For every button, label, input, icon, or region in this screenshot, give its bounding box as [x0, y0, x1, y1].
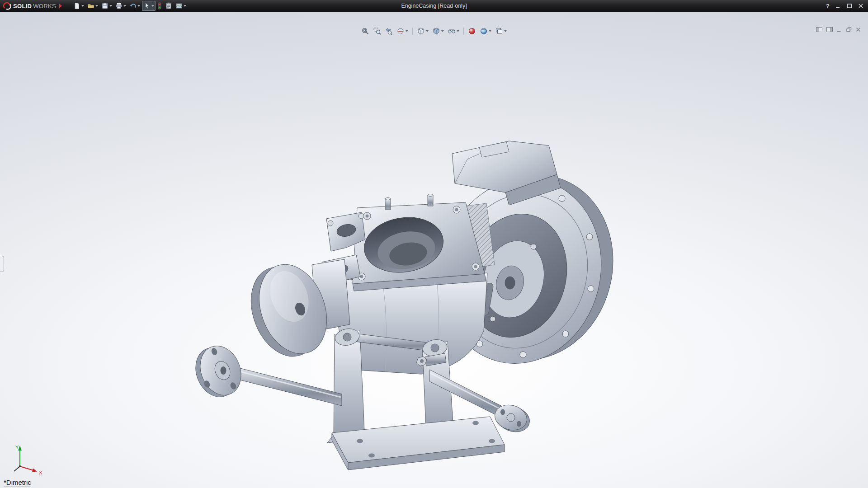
- triad-y-label: Y: [15, 445, 19, 450]
- brand-text-bold: SOLID: [13, 3, 32, 9]
- minimize-icon: [835, 3, 841, 9]
- dropdown-caret-icon: [137, 5, 140, 7]
- menu-expand-arrow[interactable]: [59, 4, 62, 8]
- view-orientation-label: *Dimetric: [4, 479, 31, 487]
- brand-text-light: WORKS: [33, 3, 56, 9]
- options-scene-icon: [175, 2, 183, 9]
- pane-left-icon: [816, 27, 822, 32]
- save-icon: [101, 2, 108, 9]
- heads-up-view-toolbar: [360, 26, 508, 36]
- stoplight-button[interactable]: [156, 1, 163, 11]
- open-button[interactable]: [86, 1, 99, 11]
- dropdown-caret-icon: [489, 30, 491, 32]
- hide-show-items-glasses-icon: [448, 27, 456, 35]
- previous-view-icon: [385, 27, 393, 35]
- main-toolbar: [72, 1, 188, 11]
- solidworks-logo: SOLIDWORKS: [3, 2, 56, 10]
- document-window-controls: [816, 27, 861, 32]
- minimize-button[interactable]: [835, 3, 841, 9]
- options-button[interactable]: [174, 1, 188, 11]
- properties-clipboard-icon: [165, 2, 172, 9]
- display-style-button[interactable]: [431, 26, 445, 36]
- save-button[interactable]: [100, 1, 113, 11]
- dropdown-caret-icon: [95, 5, 98, 7]
- reference-triad: Y X: [6, 443, 47, 479]
- undo-button[interactable]: [128, 1, 142, 11]
- display-pane-toggle-button[interactable]: [826, 27, 833, 32]
- triad-origin: [19, 465, 21, 467]
- dropdown-caret-icon: [151, 5, 154, 7]
- previous-view-button[interactable]: [383, 26, 394, 36]
- apply-scene-globe-icon: [480, 27, 488, 35]
- engine-casing-model[interactable]: [0, 12, 868, 488]
- close-icon: [858, 3, 863, 9]
- section-view-icon: [396, 27, 405, 35]
- dropdown-caret-icon: [109, 5, 112, 7]
- new-document-button[interactable]: [72, 1, 85, 11]
- print-button[interactable]: [114, 1, 127, 11]
- doc-minimize-icon: [837, 28, 842, 32]
- toolbar-separator: [463, 28, 464, 35]
- hide-show-items-button[interactable]: [446, 26, 461, 36]
- apply-scene-button[interactable]: [478, 26, 493, 36]
- dropdown-caret-icon: [504, 30, 507, 32]
- maximize-icon: [847, 3, 852, 9]
- dropdown-caret-icon: [406, 30, 408, 32]
- dropdown-caret-icon: [184, 5, 186, 7]
- doc-restore-button[interactable]: [846, 27, 852, 32]
- doc-close-icon: [856, 27, 861, 32]
- print-icon: [115, 2, 123, 9]
- help-button[interactable]: ?: [826, 3, 830, 9]
- open-folder-icon: [87, 2, 94, 9]
- triad-x-axis: [20, 466, 33, 470]
- view-settings-button[interactable]: [494, 26, 508, 36]
- new-document-icon: [73, 2, 80, 9]
- front-mounting-rod[interactable]: [189, 340, 342, 406]
- zoom-to-area-button[interactable]: [372, 26, 382, 36]
- select-tool-button[interactable]: [142, 1, 156, 11]
- zoom-to-fit-icon: [361, 27, 369, 35]
- dassault-3ds-logo-icon: [3, 2, 12, 10]
- close-button[interactable]: [858, 3, 863, 9]
- display-style-cube-icon: [432, 27, 440, 35]
- select-cursor-icon: [143, 2, 151, 9]
- toolbar-separator: [412, 28, 413, 35]
- properties-button[interactable]: [164, 1, 174, 11]
- left-end-disc[interactable]: [239, 255, 350, 366]
- dropdown-caret-icon: [81, 5, 84, 7]
- section-view-button[interactable]: [395, 26, 410, 36]
- title-bar: SOLIDWORKS: [0, 0, 868, 12]
- window-controls: ?: [826, 3, 865, 9]
- featuremanager-flyout-tab[interactable]: [0, 256, 4, 272]
- triad-z-axis: [14, 466, 20, 471]
- triad-x-label: X: [39, 470, 42, 475]
- doc-restore-icon: [846, 27, 852, 32]
- edit-appearance-button[interactable]: [467, 26, 477, 36]
- doc-close-button[interactable]: [856, 27, 861, 32]
- undo-icon: [129, 2, 137, 9]
- maximize-button[interactable]: [847, 3, 852, 9]
- triad-x-arrowhead: [32, 469, 37, 472]
- dropdown-caret-icon: [123, 5, 126, 7]
- graphics-viewport[interactable]: Y X *Dimetric: [0, 12, 868, 488]
- zoom-to-fit-button[interactable]: [360, 26, 371, 36]
- view-orientation-cube-icon: [417, 27, 425, 35]
- doc-minimize-button[interactable]: [837, 28, 842, 32]
- dropdown-caret-icon: [441, 30, 444, 32]
- pane-right-icon: [826, 27, 833, 32]
- dropdown-caret-icon: [457, 30, 459, 32]
- view-orientation-button[interactable]: [415, 26, 430, 36]
- bore-flange[interactable]: [353, 194, 486, 291]
- dropdown-caret-icon: [426, 30, 429, 32]
- stoplight-icon: [157, 2, 162, 9]
- featuremanager-pane-toggle-button[interactable]: [816, 27, 822, 32]
- view-settings-icon: [495, 27, 503, 35]
- zoom-to-area-icon: [373, 27, 381, 35]
- edit-appearance-ball-icon: [468, 27, 476, 35]
